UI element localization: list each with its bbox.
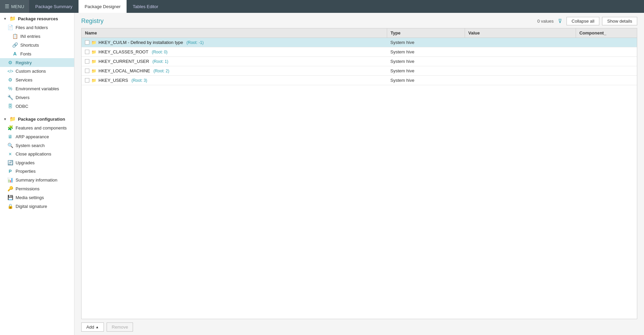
table-row[interactable]: 📁 HKEY_CLASSES_ROOT (Root: 0) System hiv…: [82, 47, 637, 57]
filter-button[interactable]: ⊽: [556, 17, 564, 25]
table-header-row: Name Type Value Component_: [82, 28, 637, 38]
sidebar-item-upgrades[interactable]: 🔄 Upgrades: [0, 158, 74, 167]
reg-key-meta: (Root: 1): [153, 59, 169, 64]
sidebar: ▼ 📁 Package resources 📄 Files and folder…: [0, 13, 74, 335]
sidebar-item-fonts[interactable]: A Fonts: [0, 49, 74, 58]
row-checkbox[interactable]: [85, 59, 89, 64]
sidebar-item-custom-actions[interactable]: </> Custom actions: [0, 67, 74, 75]
tab-package-summary[interactable]: Package Summary: [29, 0, 79, 13]
menu-label: MENU: [11, 4, 24, 9]
reg-key-value: [465, 66, 576, 76]
folder-icon: 📁: [91, 50, 96, 54]
section-package-configuration[interactable]: ▼ 📁 Package configuration: [0, 113, 74, 123]
reg-key-component: [576, 47, 637, 57]
registry-table: Name Type Value Component_ 📁 HKEY_CU/LM …: [82, 28, 637, 85]
file-icon: 📄: [7, 25, 13, 30]
topbar: ☰ MENU Package Summary Package Designer …: [0, 0, 644, 13]
reg-key-component: [576, 66, 637, 76]
col-header-name: Name: [82, 28, 387, 38]
folder-icon: 📁: [9, 16, 16, 22]
page-title: Registry: [81, 18, 104, 25]
close-apps-icon: ✕: [7, 152, 13, 157]
header-actions: 0 values ⊽ Collapse all Show details: [537, 17, 637, 25]
summary-icon: 📊: [7, 177, 13, 183]
reg-key-value: [465, 47, 576, 57]
sidebar-item-arp-appearance[interactable]: 🖥 ARP appearance: [0, 132, 74, 141]
reg-key-type: System hive: [387, 76, 465, 85]
custom-actions-icon: </>: [7, 69, 13, 74]
table-row[interactable]: 📁 HKEY_CURRENT_USER (Root: 1) System hiv…: [82, 57, 637, 66]
sidebar-item-permissions[interactable]: 🔑 Permissions: [0, 184, 74, 193]
features-icon: 🧩: [7, 125, 13, 130]
row-checkbox[interactable]: [85, 50, 89, 54]
folder-icon: 📁: [91, 69, 96, 73]
sidebar-item-properties[interactable]: P Properties: [0, 167, 74, 175]
reg-key-value: [465, 57, 576, 66]
sidebar-item-environment-variables[interactable]: % Environment variables: [0, 84, 74, 93]
row-checkbox[interactable]: [85, 40, 89, 45]
font-icon: A: [12, 51, 18, 56]
row-checkbox[interactable]: [85, 69, 89, 73]
reg-key-name: HKEY_CLASSES_ROOT: [98, 49, 148, 54]
sidebar-item-services[interactable]: ⚙ Services: [0, 75, 74, 84]
reg-key-meta: (Root: 3): [131, 78, 147, 83]
sidebar-item-registry[interactable]: ⚙ Registry: [0, 58, 74, 67]
add-dropdown-arrow: ▲: [95, 325, 99, 329]
sidebar-item-features-components[interactable]: 🧩 Features and components: [0, 123, 74, 132]
tab-package-designer[interactable]: Package Designer: [79, 0, 127, 13]
reg-key-type: System hive: [387, 66, 465, 76]
remove-button[interactable]: Remove: [107, 322, 133, 332]
sidebar-item-shortcuts[interactable]: 🔗 Shortcuts: [0, 41, 74, 49]
values-count: 0 values: [537, 19, 554, 24]
reg-key-component: [576, 38, 637, 47]
reg-key-meta: (Root: 2): [153, 69, 169, 73]
sidebar-item-media-settings[interactable]: 💾 Media settings: [0, 193, 74, 202]
reg-key-meta: (Root: 0): [152, 50, 168, 54]
ini-icon: 📋: [12, 33, 18, 39]
reg-key-name: HKEY_CURRENT_USER: [98, 59, 149, 64]
add-button[interactable]: Add ▲: [81, 322, 104, 332]
folder-icon: 📁: [91, 59, 96, 64]
section-package-resources[interactable]: ▼ 📁 Package resources: [0, 13, 74, 23]
configuration-section-label: Package configuration: [18, 117, 65, 122]
search-icon: 🔍: [7, 143, 13, 148]
media-settings-icon: 💾: [7, 195, 13, 200]
table-row[interactable]: 📁 HKEY_CU/LM - Defined by installation t…: [82, 38, 637, 47]
resources-section-label: Package resources: [18, 16, 58, 21]
row-checkbox[interactable]: [85, 78, 89, 82]
show-details-button[interactable]: Show details: [602, 17, 637, 25]
sidebar-item-close-applications[interactable]: ✕ Close applications: [0, 150, 74, 158]
arp-icon: 🖥: [7, 134, 13, 139]
folder-icon: 📁: [91, 40, 96, 45]
reg-key-type: System hive: [387, 47, 465, 57]
reg-key-type: System hive: [387, 38, 465, 47]
sidebar-item-files-folders[interactable]: 📄 Files and folders: [0, 23, 74, 32]
menu-button[interactable]: ☰ MENU: [0, 0, 29, 13]
main-content: Registry 0 values ⊽ Collapse all Show de…: [74, 13, 644, 335]
tab-tables-editor[interactable]: Tables Editor: [127, 0, 164, 13]
reg-key-meta: (Root: -1): [186, 40, 204, 45]
table-row[interactable]: 📁 HKEY_USERS (Root: 3) System hive: [82, 76, 637, 85]
collapse-all-button[interactable]: Collapse all: [567, 17, 599, 25]
reg-key-value: [465, 76, 576, 85]
reg-key-component: [576, 57, 637, 66]
sidebar-item-summary-information[interactable]: 📊 Summary information: [0, 175, 74, 184]
registry-icon: ⚙: [7, 60, 13, 65]
bottom-toolbar: Add ▲ Remove: [74, 319, 644, 335]
upgrades-icon: 🔄: [7, 160, 13, 165]
sidebar-item-odbc[interactable]: 🗄 ODBC: [0, 102, 74, 111]
registry-table-wrapper: Name Type Value Component_ 📁 HKEY_CU/LM …: [81, 28, 637, 319]
chevron-down-icon-2: ▼: [3, 117, 7, 121]
sidebar-item-system-search[interactable]: 🔍 System search: [0, 141, 74, 150]
table-row[interactable]: 📁 HKEY_LOCAL_MACHINE (Root: 2) System hi…: [82, 66, 637, 76]
sidebar-item-digital-signature[interactable]: 🔒 Digital signature: [0, 202, 74, 211]
chevron-down-icon: ▼: [3, 17, 7, 21]
reg-key-component: [576, 76, 637, 85]
sidebar-item-drivers[interactable]: 🔧 Drivers: [0, 93, 74, 102]
col-header-component: Component_: [576, 28, 637, 38]
content-header: Registry 0 values ⊽ Collapse all Show de…: [74, 13, 644, 28]
properties-icon: P: [7, 169, 13, 174]
reg-key-name: HKEY_CU/LM - Defined by installation typ…: [98, 40, 183, 45]
odbc-icon: 🗄: [7, 103, 13, 109]
sidebar-item-ini-entries[interactable]: 📋 INI entries: [0, 32, 74, 41]
